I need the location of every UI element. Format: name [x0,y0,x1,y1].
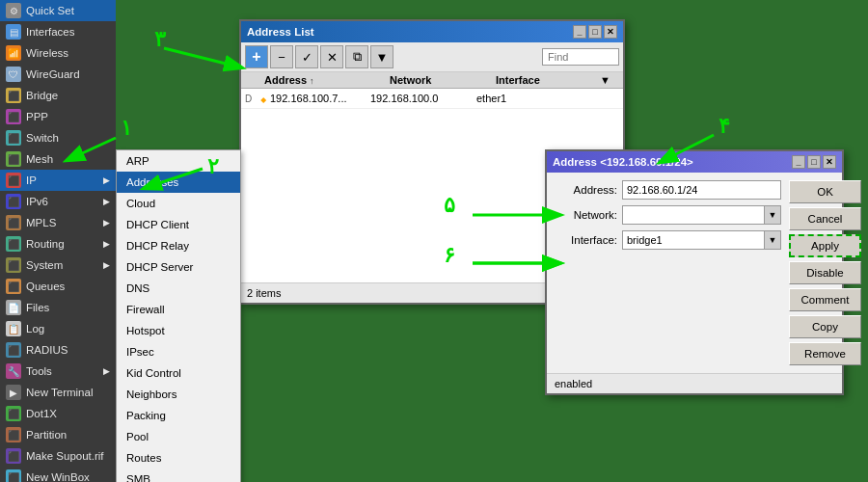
address-list-title: Address List [247,26,314,38]
address-field-input[interactable] [622,180,781,200]
submenu-item-cloud[interactable]: Cloud [117,193,240,214]
close-button[interactable]: ✕ [604,25,617,39]
comment-button[interactable]: Comment [789,288,861,311]
remove-button[interactable]: − [270,45,293,68]
dialog-fields: Address: Network: ▼ Interface: ▼ [555,180,781,365]
sidebar-item-routing[interactable]: ⬛ Routing ▶ [0,233,116,254]
sidebar-label-ip: IP [26,174,37,186]
sidebar-item-queues[interactable]: ⬛ Queues [0,276,116,297]
submenu-item-pool[interactable]: Pool [117,426,240,447]
submenu-item-packing[interactable]: Packing [117,405,240,426]
dialog-maximize-button[interactable]: □ [807,155,821,169]
items-count: 2 items [247,287,281,299]
bridge-icon: ⬛ [6,88,21,103]
queues-icon: ⬛ [6,279,21,294]
submenu-item-dhcp-relay[interactable]: DHCP Relay [117,235,240,256]
submenu-item-addresses[interactable]: Addresses [117,172,240,193]
sidebar-item-wireguard[interactable]: 🛡 WireGuard [0,64,116,85]
sidebar-item-mpls[interactable]: ⬛ MPLS ▶ [0,212,116,233]
dialog-status: enabled [555,378,592,389]
interface-field-input[interactable] [622,230,764,250]
cross-button[interactable]: ✕ [320,45,343,68]
sidebar-item-interfaces[interactable]: ▤ Interfaces [0,21,116,42]
sidebar-item-new-winbox[interactable]: ⬛ New WinBox [0,467,116,482]
sidebar-item-system[interactable]: ⬛ System ▶ [0,254,116,276]
ipv6-icon: ⬛ [6,194,21,209]
submenu-item-kid-control[interactable]: Kid Control [117,362,240,384]
sidebar-item-wireless[interactable]: 📶 Wireless [0,42,116,64]
submenu-label-routes: Routes [126,452,161,464]
address-col-header: Address ↑ [264,74,390,86]
mesh-icon: ⬛ [6,151,21,167]
submenu-label-ipsec: IPsec [126,346,154,358]
add-button[interactable]: + [245,45,268,68]
sidebar-label-mpls: MPLS [26,217,56,228]
apply-button[interactable]: Apply [789,234,861,257]
search-input[interactable] [542,48,619,66]
sidebar-item-ip[interactable]: ⬛ IP ▶ [0,170,116,191]
network-input-group: ▼ [622,205,781,225]
ip-arrow-icon: ▶ [103,175,110,185]
submenu-item-smb[interactable]: SMB [117,469,240,482]
cancel-button[interactable]: Cancel [789,207,861,230]
submenu-item-neighbors[interactable]: Neighbors [117,384,240,405]
submenu-item-routes[interactable]: Routes [117,447,240,469]
flag-col-header [245,74,264,86]
interface-dropdown-button[interactable]: ▼ [764,230,781,250]
submenu-item-dhcp-server[interactable]: DHCP Server [117,256,240,278]
sidebar-label-queues: Queues [26,281,65,292]
dialog-footer: enabled [547,373,842,393]
dialog-minimize-button[interactable]: _ [792,155,805,169]
sidebar-item-tools[interactable]: 🔧 Tools ▶ [0,361,116,382]
copy-button[interactable]: ⧉ [345,45,368,68]
sidebar-item-log[interactable]: 📋 Log [0,318,116,339]
check-button[interactable]: ✓ [295,45,318,68]
submenu-item-arp[interactable]: ARP [117,150,240,172]
sidebar-item-mesh[interactable]: ⬛ Mesh [0,148,116,170]
sidebar-item-quick-set[interactable]: ⚙ Quick Set [0,0,116,21]
submenu-label-packing: Packing [126,410,166,421]
sidebar-item-switch[interactable]: ⬛ Switch [0,127,116,148]
sidebar-item-make-supout[interactable]: ⬛ Make Supout.rif [0,445,116,467]
minimize-button[interactable]: _ [573,25,586,39]
remove-button[interactable]: Remove [789,342,861,365]
sidebar-item-partition[interactable]: ⬛ Partition [0,424,116,445]
sidebar-item-new-terminal[interactable]: ▶ New Terminal [0,382,116,403]
maximize-button[interactable]: □ [588,25,602,39]
sidebar-item-ppp[interactable]: ⬛ PPP [0,106,116,127]
network-field-input[interactable] [622,205,764,225]
wireless-icon: 📶 [6,45,21,61]
submenu-item-firewall[interactable]: Firewall [117,299,240,320]
submenu-label-firewall: Firewall [126,304,165,315]
table-row[interactable]: D ⬥ 192.168.100.7... 192.168.100.0 ether… [241,89,623,109]
submenu-item-dhcp-client[interactable]: DHCP Client [117,214,240,235]
sidebar-item-files[interactable]: 📄 Files [0,297,116,318]
filter-button[interactable]: ▼ [370,45,393,68]
sidebar-item-bridge[interactable]: ⬛ Bridge [0,85,116,106]
sidebar-label-bridge: Bridge [26,90,58,101]
submenu-item-dns[interactable]: DNS [117,278,240,299]
copy-button[interactable]: Copy [789,315,861,338]
submenu-label-addresses: Addresses [126,176,178,188]
interface-col-header: Interface [496,74,600,86]
system-icon: ⬛ [6,257,21,273]
tools-icon: 🔧 [6,363,21,379]
files-icon: 📄 [6,300,21,315]
dialog-close-button[interactable]: ✕ [823,155,836,169]
network-dropdown-button[interactable]: ▼ [764,205,781,225]
submenu-item-hotspot[interactable]: Hotspot [117,320,240,341]
ppp-icon: ⬛ [6,109,21,124]
sidebar-label-files: Files [26,302,49,313]
submenu-item-ipsec[interactable]: IPsec [117,341,240,362]
submenu-label-neighbors: Neighbors [126,388,176,400]
address-field-row: Address: [555,180,781,200]
col-dropdown-icon[interactable]: ▼ [600,74,619,86]
sidebar-item-dot1x[interactable]: ⬛ Dot1X [0,403,116,424]
sidebar-item-radius[interactable]: ⬛ RADIUS [0,339,116,361]
sidebar-item-ipv6[interactable]: ⬛ IPv6 ▶ [0,191,116,212]
sidebar-label-wireguard: WireGuard [26,68,80,80]
ip-icon: ⬛ [6,173,21,188]
ok-button[interactable]: OK [789,180,861,203]
disable-button[interactable]: Disable [789,261,861,284]
routing-arrow-icon: ▶ [103,239,110,249]
